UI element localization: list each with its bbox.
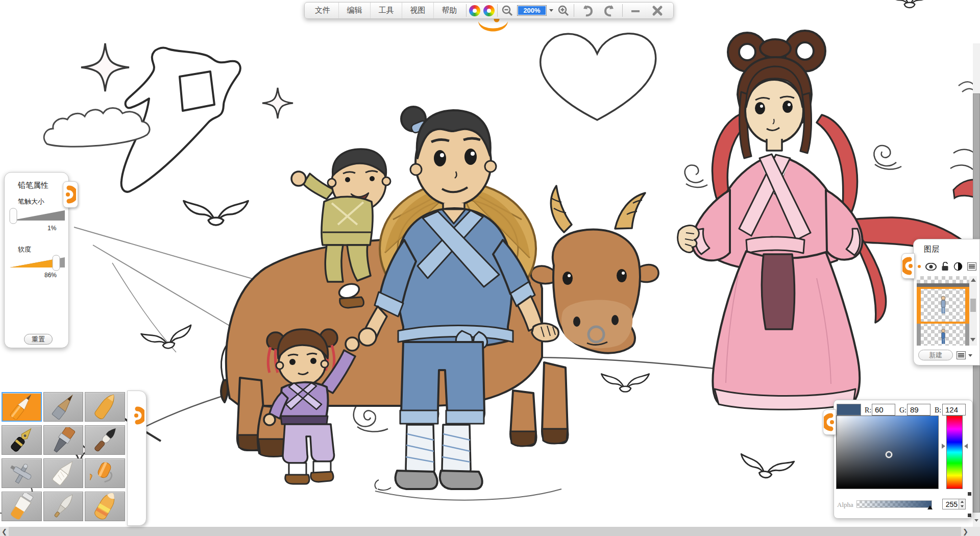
paint-application: 文件 编辑 工具 视图 帮助 200% 铅笔属性 笔触大小 1% 软度 86% …	[0, 0, 980, 536]
airbrush-icon	[5, 460, 38, 486]
layer-thumbnail-figure	[940, 328, 947, 346]
pencil-panel-title: 铅笔属性	[18, 181, 48, 190]
layer-item-selected[interactable]	[917, 287, 969, 324]
alpha-value-input[interactable]	[943, 499, 959, 509]
visibility-eye-icon[interactable]	[925, 263, 937, 271]
hue-marker-left[interactable]	[942, 444, 945, 449]
zoom-out-button[interactable]	[499, 3, 516, 18]
toolbar-separator	[574, 4, 574, 17]
cloud-outline	[44, 108, 150, 147]
tool-ink-brush[interactable]	[85, 425, 125, 455]
layers-scrollbar[interactable]	[969, 276, 977, 346]
green-value-input[interactable]	[907, 404, 930, 416]
current-color-swatch	[837, 404, 861, 416]
new-layer-button[interactable]: 新建	[918, 350, 953, 360]
menu-help[interactable]: 帮助	[433, 3, 465, 18]
paper-stump-icon	[48, 460, 79, 486]
ink-brush-icon	[90, 427, 120, 453]
red-value-input[interactable]	[872, 404, 895, 416]
hue-marker-right[interactable]	[964, 444, 968, 449]
wood-pencil-icon	[48, 394, 79, 420]
vertical-scroll-down[interactable]	[973, 515, 980, 526]
pencil-properties-panel: 铅笔属性 笔触大小 1% 软度 86% 重置	[4, 172, 69, 348]
alpha-marker[interactable]	[927, 505, 933, 509]
tool-crayon[interactable]	[85, 392, 125, 422]
hue-bar[interactable]	[946, 416, 963, 489]
layer-options-icon[interactable]	[957, 351, 966, 359]
menu-tools[interactable]: 工具	[370, 3, 402, 18]
toolbar-separator	[466, 4, 467, 17]
layers-indicator-dot	[918, 265, 921, 268]
close-button[interactable]	[647, 3, 668, 18]
zoom-in-button[interactable]	[554, 3, 573, 18]
flat-brush-icon	[48, 427, 79, 453]
panel-resize-dot[interactable]	[968, 492, 971, 496]
layers-panel: 图层 新建	[913, 239, 980, 366]
clown-left-eye-icon[interactable]	[468, 3, 482, 18]
tool-paint-roller[interactable]	[85, 458, 125, 488]
softness-handle[interactable]	[53, 255, 60, 271]
tool-blender-knife[interactable]	[43, 492, 84, 521]
blender-knife-icon	[48, 494, 79, 519]
menu-edit[interactable]: 编辑	[338, 3, 370, 18]
layer-options-caret[interactable]	[968, 354, 972, 357]
palette-collapse-handle[interactable]	[132, 403, 146, 428]
horizontal-scroll-right[interactable]: ❯	[961, 527, 970, 536]
menu-view[interactable]: 视图	[402, 3, 433, 18]
alpha-spinner[interactable]	[959, 499, 965, 509]
layers-panel-title: 图层	[924, 245, 939, 254]
saturation-value-square[interactable]	[836, 416, 939, 489]
crayon-icon	[90, 394, 120, 420]
menu-file[interactable]: 文件	[307, 3, 338, 18]
brush-size-handle[interactable]	[10, 208, 17, 224]
color-panel-collapse-handle[interactable]	[823, 409, 836, 435]
brush-size-value: 1%	[47, 225, 56, 232]
minimize-button[interactable]	[624, 3, 647, 18]
zoom-level-combo[interactable]: 200%	[517, 5, 547, 16]
red-label: R:	[865, 406, 871, 415]
redo-button[interactable]	[598, 3, 621, 18]
pencil-panel-collapse-handle[interactable]	[63, 181, 78, 208]
blue-value-input[interactable]	[942, 404, 966, 416]
tool-paint-tube[interactable]	[2, 492, 42, 521]
brush-size-slider[interactable]	[9, 206, 66, 227]
clown-right-eye-icon[interactable]	[482, 3, 496, 18]
lock-open-icon[interactable]	[941, 262, 949, 271]
layers-menu-icon[interactable]	[967, 262, 976, 271]
eraser-pastel-icon	[90, 493, 120, 520]
toolbar-separator	[622, 4, 623, 17]
layers-scroll-thumb[interactable]	[970, 299, 976, 312]
tool-flat-brush[interactable]	[43, 425, 84, 455]
layer-item[interactable]	[917, 324, 969, 346]
paint-roller-icon	[90, 460, 120, 486]
layers-panel-collapse-handle[interactable]	[901, 253, 915, 279]
layers-list[interactable]	[917, 276, 969, 346]
tool-airbrush[interactable]	[2, 458, 42, 488]
color-picker-panel: R: G: B: Alpha	[834, 400, 973, 519]
layers-scroll-up[interactable]	[971, 278, 976, 282]
zoom-level-value[interactable]: 200%	[518, 6, 546, 15]
tool-wood-pencil[interactable]	[43, 392, 84, 422]
pencil-icon	[6, 394, 37, 420]
tool-paper-stump[interactable]	[43, 458, 84, 488]
softness-slider[interactable]	[9, 253, 66, 274]
panel-resize-dot[interactable]	[968, 514, 971, 517]
tool-pencil[interactable]	[2, 392, 42, 422]
layers-scroll-down[interactable]	[970, 338, 975, 342]
tool-eraser-pastel[interactable]	[85, 492, 125, 521]
zoom-dropdown-button[interactable]	[548, 3, 554, 18]
tool-fountain-pen[interactable]	[2, 425, 42, 455]
reset-button[interactable]: 重置	[24, 334, 53, 345]
alpha-label: Alpha	[837, 501, 853, 509]
color-marker[interactable]	[886, 451, 892, 458]
alpha-bar[interactable]	[856, 500, 932, 508]
heart-outline	[541, 34, 656, 120]
main-toolbar: 文件 编辑 工具 视图 帮助 200%	[304, 2, 674, 19]
toolbar-separator	[497, 4, 498, 17]
blend-half-circle-icon[interactable]	[953, 262, 963, 271]
canvas-artwork[interactable]	[0, 0, 980, 536]
scrollbar-corner	[970, 527, 980, 536]
horizontal-scrollbar[interactable]: ❮ ❯	[0, 527, 980, 536]
horizontal-scroll-left[interactable]: ❮	[0, 527, 9, 536]
undo-button[interactable]	[575, 3, 598, 18]
